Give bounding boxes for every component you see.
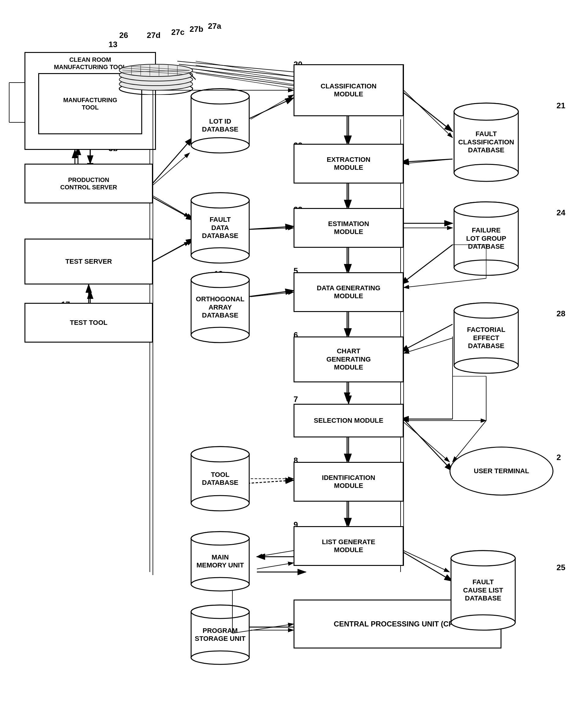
svg-line-8 [248,98,294,119]
main-memory-label: MAINMEMORY UNIT [193,550,247,573]
svg-line-29 [248,480,294,483]
svg-point-90 [454,303,518,318]
svg-point-78 [191,605,249,618]
svg-point-89 [454,358,518,373]
estimation-module-box: ESTIMATIONMODULE [294,208,404,248]
orthogonal-db: ORTHOGONALARRAYDATABASE [190,269,251,346]
ref-26: 26 [119,30,128,40]
svg-point-69 [191,495,249,511]
svg-point-86 [454,202,518,217]
svg-point-81 [454,164,518,181]
svg-line-112 [404,90,453,138]
selection-module-label: SELECTION MODULE [314,417,383,425]
ref-27c: 27c [171,27,184,37]
list-generate-box: LIST GENERATEMODULE [294,526,404,566]
fault-cause-list-db: FAULTCAUSE LISTDATABASE [449,548,517,633]
program-storage-label: PROGRAMSTORAGE UNIT [192,624,249,646]
orthogonal-db-label: ORTHOGONALARRAYDATABASE [193,292,248,322]
svg-line-110 [196,69,294,84]
selection-module-box: SELECTION MODULE [294,404,404,437]
fault-data-db-label: FAULTDATADATABASE [199,212,241,243]
ref-27b: 27b [190,24,203,34]
manufacturing-tool-label: MANUFACTURINGTOOL [63,96,118,111]
svg-point-85 [454,260,518,275]
ref-21: 21 [556,101,565,110]
svg-line-130 [404,422,449,462]
svg-point-65 [191,327,249,343]
diagram: 13 14 16 17 15 18 19 4 11 12 20 22 23 5 … [0,0,588,717]
svg-point-70 [191,447,249,462]
svg-line-11 [179,64,294,77]
lot-id-db-label: LOT IDDATABASE [199,115,241,137]
svg-point-94 [451,551,515,566]
svg-line-103 [153,196,190,217]
test-tool-box: TEST TOOL [24,303,153,343]
svg-point-77 [191,651,249,664]
svg-line-122 [251,292,294,297]
extraction-module-box: EXTRACTIONMODULE [294,144,404,184]
svg-line-136 [257,563,294,569]
ref-25: 25 [556,563,565,572]
svg-point-61 [191,248,249,263]
fault-classification-db-label: FAULTCLASSIFICATIONDATABASE [455,127,517,157]
tool-db-label: TOOLDATABASE [199,468,241,490]
classification-module-box: CLASSIFICATIONMODULE [294,64,404,116]
program-storage: PROGRAMSTORAGE UNIT [190,602,251,667]
ref-27a: 27a [208,21,221,31]
ref-7: 7 [294,395,298,404]
clean-room-outer-label: CLEAN ROOMMANUFACTURING TOOL [54,56,126,71]
svg-point-58 [191,89,249,104]
svg-line-21 [248,291,294,297]
svg-line-108 [196,61,294,77]
failure-lot-group-db-label: FAILURELOT GROUPDATABASE [463,223,509,253]
ref-24: 24 [556,208,565,218]
test-server-box: TEST SERVER [24,239,153,285]
svg-line-4 [150,138,193,187]
test-tool-label: TEST TOOL [70,319,107,327]
ref-28: 28 [556,309,565,319]
svg-line-6 [150,239,194,263]
classification-module-label: CLASSIFICATIONMODULE [321,82,377,99]
svg-line-20 [401,245,453,285]
chart-generating-label: CHARTGENERATINGMODULE [326,347,371,371]
factorial-effect-db: FACTORIALEFFECTDATABASE [453,300,520,376]
lot-id-db: LOT IDDATABASE [190,86,251,156]
main-memory: MAINMEMORY UNIT [190,529,251,593]
svg-line-116 [251,228,294,229]
svg-point-62 [191,193,249,208]
chart-generating-box: CHARTGENERATINGMODULE [294,336,404,382]
list-generate-label: LIST GENERATEMODULE [322,538,375,554]
estimation-module-label: ESTIMATIONMODULE [328,220,369,236]
production-control-box: PRODUCTIONCONTROL SERVER [24,164,153,203]
extraction-module-label: EXTRACTIONMODULE [327,156,371,172]
identification-module-box: IDENTIFICATIONMODULE [294,462,404,501]
wafer-stack [116,40,196,95]
fault-cause-list-db-label: FAULTCAUSE LISTDATABASE [460,575,506,606]
user-terminal-label: USER TERMINAL [474,467,529,475]
svg-line-109 [196,65,294,80]
svg-line-104 [153,242,190,262]
data-generating-label: DATA GENERATINGMODULE [317,284,380,300]
svg-line-27 [401,416,453,471]
svg-point-73 [191,577,249,591]
svg-line-10 [181,67,294,81]
ref-2: 2 [556,453,561,462]
svg-line-9 [182,70,294,86]
production-control-label: PRODUCTIONCONTROL SERVER [60,176,117,191]
fault-classification-db: FAULTCLASSIFICATIONDATABASE [453,101,520,184]
svg-point-66 [191,272,249,288]
fault-data-db: FAULTDATADATABASE [190,190,251,266]
svg-line-15 [401,159,453,162]
svg-line-102 [153,153,190,185]
svg-line-13 [401,90,453,131]
svg-line-31 [401,551,453,581]
tool-db: TOOLDATABASE [190,444,251,514]
data-generating-box: DATA GENERATINGMODULE [294,272,404,312]
ref-27d: 27d [147,30,161,40]
svg-line-119 [404,278,486,288]
svg-point-93 [451,615,515,630]
test-server-label: TEST SERVER [65,258,112,266]
svg-point-57 [191,138,249,153]
factorial-effect-db-label: FACTORIALEFFECTDATABASE [464,323,508,353]
cpu-label: CENTRAL PROCESSING UNIT (CPU) [334,620,461,629]
